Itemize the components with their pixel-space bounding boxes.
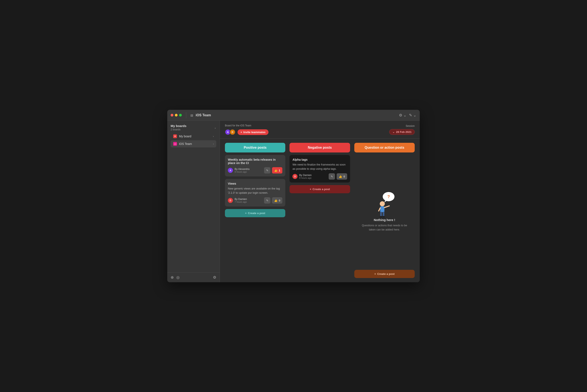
positive-post-1-author-info: By Alexandra 8 hours ago <box>235 168 262 173</box>
positive-post-2-title: Views <box>228 182 282 185</box>
negative-posts-column: Negative posts Alpha tags We need to fin… <box>290 143 350 278</box>
positive-post-1-avatar: A <box>228 168 233 173</box>
positive-posts-column: Positive posts Weekly automatic beta rel… <box>225 143 285 278</box>
board-columns: Positive posts Weekly automatic beta rel… <box>220 138 420 282</box>
chevron-down-icon: ⌄ <box>392 130 395 134</box>
board-header-right: Session ⌄ 28 Feb 2021 <box>389 124 415 135</box>
action-create-label: Create a post <box>377 272 394 276</box>
positive-post-2-edit-button[interactable]: ✎ <box>264 197 270 204</box>
sidebar-item-my-board[interactable]: ✦ My board › <box>171 133 216 140</box>
positive-post-1-title: Weekly automatic beta releases in place … <box>228 158 282 165</box>
board-actions: A D + Invite teammates <box>225 129 268 135</box>
positive-post-2-like-button[interactable]: 👍 0 <box>272 197 282 204</box>
content-area: Board for the iOS Team A D + Invite team… <box>220 121 420 282</box>
window-title: iOS Team <box>196 113 211 117</box>
positive-post-1-edit-button[interactable]: ✎ <box>264 167 270 174</box>
positive-create-plus-icon: + <box>245 212 247 215</box>
invite-label: Invite teammates <box>243 130 266 134</box>
avatar-group: A D <box>225 129 235 135</box>
positive-post-2-time: 7 hours ago <box>235 201 262 203</box>
board-header-left: Board for the iOS Team A D + Invite team… <box>225 124 268 135</box>
negative-post-1-author: By Damien <box>299 174 327 177</box>
svg-rect-4 <box>380 206 384 212</box>
positive-post-1-time: 8 hours ago <box>235 170 262 173</box>
my-board-icon: ✦ <box>173 134 177 138</box>
negative-post-1: Alpha tags We need to finalize the frame… <box>290 155 350 182</box>
invite-teammates-button[interactable]: + Invite teammates <box>238 129 268 135</box>
sidebar-item-ios-team-label: iOS Team <box>179 142 213 146</box>
sidebar-chevron-icon[interactable]: ⌄ <box>214 126 216 129</box>
thumbsup-icon: 👍 <box>274 169 278 172</box>
svg-line-6 <box>379 208 380 211</box>
negative-post-1-time: 8 hours ago <box>299 177 327 179</box>
group-icon[interactable]: ◎ <box>176 275 180 280</box>
close-button[interactable] <box>171 114 173 116</box>
negative-post-1-edit-button[interactable]: ✎ <box>329 173 335 180</box>
sidebar-section-header: My boards 2 boards ⌄ <box>171 124 216 131</box>
thumbsup-icon-3: 👍 <box>339 175 342 178</box>
svg-text:?: ? <box>387 194 390 199</box>
traffic-lights <box>171 114 182 116</box>
svg-point-3 <box>380 201 385 206</box>
action-create-post-button[interactable]: + Create a post <box>354 270 415 278</box>
positive-post-2-author-info: By Damien 7 hours ago <box>235 198 262 203</box>
sidebar-bottom: ⊕ ◎ ⚙ <box>167 272 220 282</box>
settings-icon[interactable]: ⚙ <box>213 275 216 280</box>
invite-plus-icon: + <box>241 130 242 134</box>
session-date-button[interactable]: ⌄ 28 Feb 2021 <box>389 129 415 135</box>
ios-team-icon: ▭ <box>173 142 177 146</box>
maximize-button[interactable] <box>179 114 182 116</box>
add-icon[interactable]: ⊕ <box>171 275 174 280</box>
positive-post-2-body: New generic views are available on the t… <box>228 186 282 195</box>
session-date-label: 28 Feb 2021 <box>396 130 411 134</box>
external-link-icon-btn[interactable]: ✎ ⌄ <box>409 113 416 118</box>
settings-icon-btn[interactable]: ⚙ ⌄ <box>399 113 406 118</box>
negative-post-1-like-button[interactable]: 👍 0 <box>337 173 347 180</box>
session-label: Session <box>406 124 415 128</box>
negative-post-1-avatar: D <box>292 174 297 179</box>
sidebar-bottom-left: ⊕ ◎ <box>171 275 180 280</box>
positive-post-1-footer: A By Alexandra 8 hours ago ✎ 👍 1 <box>228 167 282 174</box>
negative-post-1-likes: 0 <box>343 175 345 178</box>
sidebar-toggle-icon[interactable]: ▤ <box>190 114 193 117</box>
positive-post-1-likes: 1 <box>279 169 280 172</box>
negative-post-1-body: We need to finalize the frameworks as so… <box>292 162 347 171</box>
svg-line-5 <box>384 206 389 208</box>
sidebar-section-title-group: My boards 2 boards <box>171 124 186 131</box>
action-posts-header: Question or action posts <box>354 143 415 152</box>
my-boards-title: My boards <box>171 124 186 128</box>
negative-create-plus-icon: + <box>310 188 311 191</box>
empty-illustration: ? <box>373 191 396 218</box>
positive-create-post-button[interactable]: + Create a post <box>225 209 285 217</box>
title-bar: ▤ iOS Team ⚙ ⌄ ✎ ⌄ <box>167 110 420 121</box>
negative-create-post-button[interactable]: + Create a post <box>290 185 350 193</box>
sidebar-item-ios-team-chevron: › <box>213 142 214 145</box>
negative-create-label: Create a post <box>313 188 330 191</box>
svg-point-9 <box>380 216 382 218</box>
main-layout: My boards 2 boards ⌄ ✦ My board › ▭ iOS … <box>167 121 420 282</box>
positive-post-1-author: By Alexandra <box>235 168 262 170</box>
positive-post-2-avatar: D <box>228 198 233 203</box>
app-window: ▤ iOS Team ⚙ ⌄ ✎ ⌄ My boards 2 boards ⌄ … <box>167 110 420 282</box>
svg-point-10 <box>382 216 385 218</box>
positive-posts-header: Positive posts <box>225 143 285 152</box>
positive-post-2-author: By Damien <box>235 198 262 201</box>
positive-post-1-like-button[interactable]: 👍 1 <box>272 167 282 174</box>
negative-post-1-author-info: By Damien 8 hours ago <box>299 174 327 179</box>
action-empty-subtitle: Questions or actions that needs to be ta… <box>358 223 410 232</box>
sidebar-item-my-board-label: My board <box>179 134 213 138</box>
title-bar-right: ⚙ ⌄ ✎ ⌄ <box>399 113 416 118</box>
board-for-label: Board for the iOS Team <box>225 124 268 127</box>
sidebar: My boards 2 boards ⌄ ✦ My board › ▭ iOS … <box>167 121 220 282</box>
negative-posts-header: Negative posts <box>290 143 350 152</box>
minimize-button[interactable] <box>175 114 178 116</box>
positive-post-2-likes: 0 <box>279 199 280 202</box>
action-empty-state: ? <box>354 155 415 267</box>
sidebar-boards-section: My boards 2 boards ⌄ ✦ My board › ▭ iOS … <box>167 121 220 150</box>
board-header: Board for the iOS Team A D + Invite team… <box>220 121 420 138</box>
action-column-body: ? <box>354 155 415 267</box>
action-empty-title: Nothing here ! <box>374 218 395 222</box>
negative-post-1-footer: D By Damien 8 hours ago ✎ 👍 0 <box>292 173 347 180</box>
positive-post-2-footer: D By Damien 7 hours ago ✎ 👍 0 <box>228 197 282 204</box>
sidebar-item-ios-team[interactable]: ▭ iOS Team › <box>171 140 216 148</box>
